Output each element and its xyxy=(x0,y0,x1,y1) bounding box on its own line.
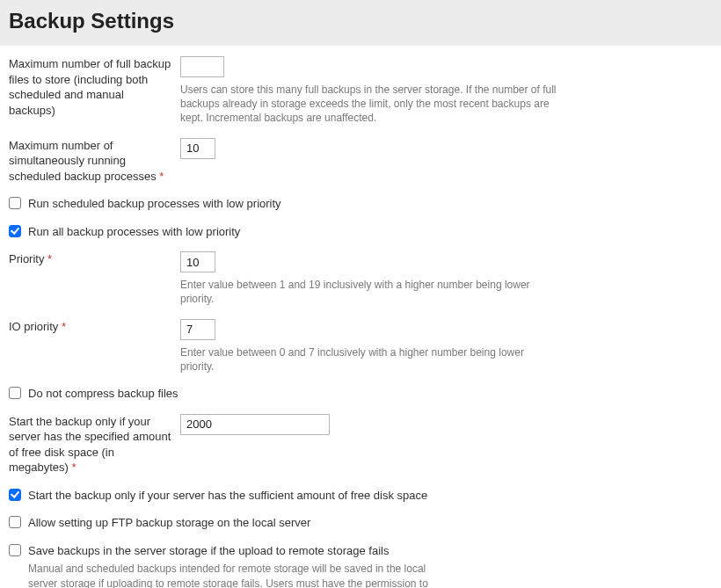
sufficient-space-row: Start the backup only if your server has… xyxy=(9,488,712,504)
required-marker: * xyxy=(159,170,164,183)
max-full-backups-label: Maximum number of full backup files to s… xyxy=(9,56,180,118)
no-compress-label[interactable]: Do not compress backup files xyxy=(28,386,178,402)
priority-row: Priority * Enter value between 1 and 19 … xyxy=(9,251,712,306)
free-space-mb-label: Start the backup only if your server has… xyxy=(9,414,180,475)
max-processes-input[interactable] xyxy=(180,138,215,159)
required-marker: * xyxy=(62,320,66,333)
all-low-priority-row: Run all backup processes with low priori… xyxy=(9,224,712,240)
max-processes-label-text: Maximum number of simultaneously running… xyxy=(9,139,157,183)
max-full-backups-hint: Users can store this many full backups i… xyxy=(180,83,558,126)
io-priority-label: IO priority * xyxy=(9,319,180,335)
scheduled-low-priority-checkbox[interactable] xyxy=(9,197,21,209)
sufficient-space-checkbox[interactable] xyxy=(9,489,21,501)
allow-local-ftp-row: Allow setting up FTP backup storage on t… xyxy=(9,515,712,531)
scheduled-low-priority-label[interactable]: Run scheduled backup processes with low … xyxy=(28,196,281,212)
free-space-mb-input[interactable] xyxy=(180,414,330,435)
free-space-mb-row: Start the backup only if your server has… xyxy=(9,414,712,475)
required-marker: * xyxy=(72,461,76,474)
page-title: Backup Settings xyxy=(9,9,712,33)
scheduled-low-priority-row: Run scheduled backup processes with low … xyxy=(9,196,712,212)
max-processes-row: Maximum number of simultaneously running… xyxy=(9,138,712,185)
priority-label-text: Priority xyxy=(9,252,44,265)
free-space-mb-label-text: Start the backup only if your server has… xyxy=(9,415,171,475)
all-low-priority-label[interactable]: Run all backup processes with low priori… xyxy=(28,224,240,240)
required-marker: * xyxy=(47,252,52,265)
max-full-backups-row: Maximum number of full backup files to s… xyxy=(9,56,712,126)
save-on-fail-checkbox[interactable] xyxy=(9,544,21,556)
save-on-fail-row: Save backups in the server storage if th… xyxy=(9,543,712,559)
backup-settings-form: Maximum number of full backup files to s… xyxy=(0,46,721,588)
no-compress-checkbox[interactable] xyxy=(9,387,21,399)
io-priority-row: IO priority * Enter value between 0 and … xyxy=(9,319,712,374)
io-priority-label-text: IO priority xyxy=(9,320,58,333)
sufficient-space-label[interactable]: Start the backup only if your server has… xyxy=(28,488,427,504)
no-compress-row: Do not compress backup files xyxy=(9,386,712,402)
io-priority-hint: Enter value between 0 and 7 inclusively … xyxy=(180,345,558,374)
priority-hint: Enter value between 1 and 19 inclusively… xyxy=(180,278,558,306)
all-low-priority-checkbox[interactable] xyxy=(9,225,21,237)
allow-local-ftp-label[interactable]: Allow setting up FTP backup storage on t… xyxy=(28,515,310,531)
max-full-backups-input[interactable] xyxy=(180,56,224,77)
max-processes-label: Maximum number of simultaneously running… xyxy=(9,138,180,185)
io-priority-input[interactable] xyxy=(180,319,215,340)
save-on-fail-hint: Manual and scheduled backups intended fo… xyxy=(28,562,433,588)
priority-label: Priority * xyxy=(9,251,180,267)
priority-input[interactable] xyxy=(180,251,215,272)
save-on-fail-label[interactable]: Save backups in the server storage if th… xyxy=(28,543,712,559)
allow-local-ftp-checkbox[interactable] xyxy=(9,516,21,528)
